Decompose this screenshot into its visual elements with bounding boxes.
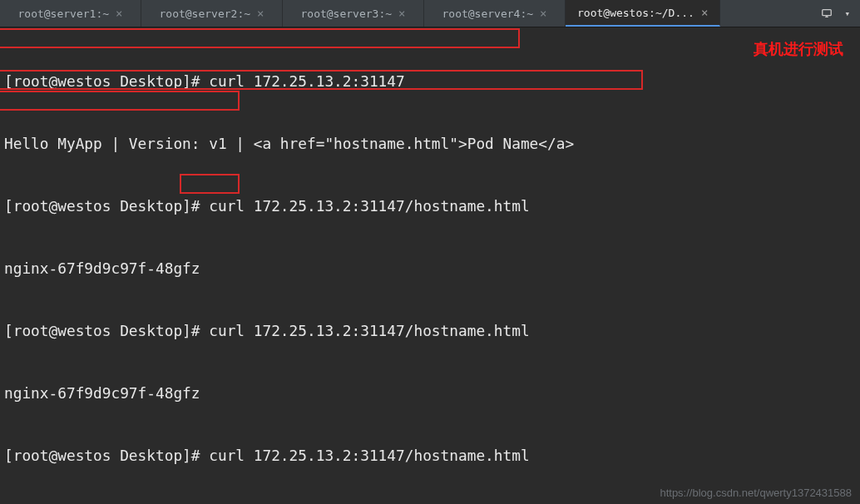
terminal-line: nginx-67f9d9c97f-48gfz [4, 383, 856, 403]
tab-server3[interactable]: root@server3:~ × [283, 0, 424, 27]
terminal-line: [root@westos Desktop]# curl 172.25.13.2:… [4, 320, 856, 341]
broadcast-icon[interactable] [821, 5, 833, 22]
tab-label: root@server1:~ [17, 7, 109, 20]
highlight-box-3 [0, 91, 240, 111]
svg-rect-0 [823, 9, 832, 15]
close-icon[interactable]: × [257, 7, 264, 20]
close-icon[interactable]: × [701, 6, 708, 19]
tab-westos[interactable]: root@westos:~/D... × [566, 0, 720, 27]
terminal-line: Hello MyApp | Version: v1 | <a href="hos… [4, 133, 856, 154]
tab-bar: root@server1:~ × root@server2:~ × root@s… [0, 0, 860, 27]
close-icon[interactable]: × [398, 7, 405, 20]
chevron-down-icon[interactable]: ▾ [844, 8, 850, 19]
highlight-box-4 [180, 174, 240, 194]
tab-server4[interactable]: root@server4:~ × [424, 0, 566, 27]
tab-label: root@server2:~ [159, 7, 250, 20]
close-icon[interactable]: × [116, 7, 122, 20]
watermark-text: https://blog.csdn.net/qwerty1372431588 [660, 487, 852, 499]
terminal-output[interactable]: [root@westos Desktop]# curl 172.25.13.2:… [0, 27, 860, 504]
terminal-line: [root@westos Desktop]# curl 172.25.13.2:… [4, 71, 856, 91]
tab-server1[interactable]: root@server1:~ × [0, 0, 141, 27]
terminal-line: [root@westos Desktop]# curl 172.25.13.2:… [4, 195, 856, 216]
tab-label: root@westos:~/D... [577, 7, 694, 19]
tab-label: root@server4:~ [442, 7, 533, 20]
annotation-text: 真机进行测试 [754, 39, 843, 59]
tab-server2[interactable]: root@server2:~ × [141, 0, 283, 27]
terminal-line: nginx-67f9d9c97f-48gfz [4, 258, 856, 279]
terminal-line: [root@westos Desktop]# curl 172.25.13.2:… [4, 445, 856, 466]
tab-label: root@server3:~ [300, 7, 392, 20]
tab-actions: ▾ [811, 0, 860, 27]
highlight-box-1 [0, 28, 520, 48]
close-icon[interactable]: × [540, 7, 546, 20]
